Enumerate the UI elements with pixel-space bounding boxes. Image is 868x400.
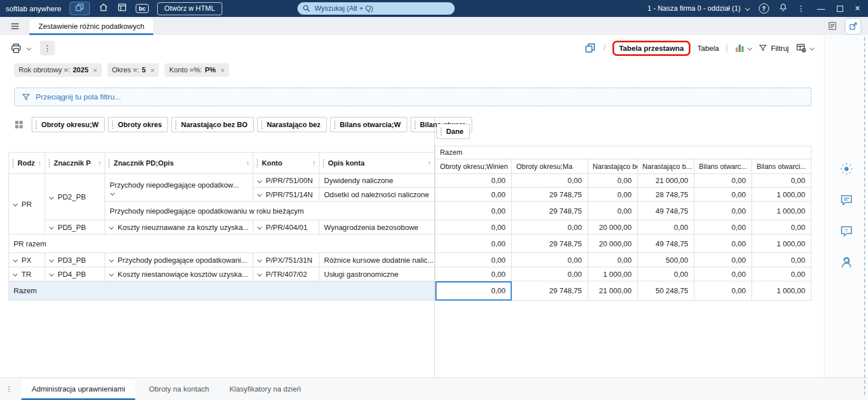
collapse-chevron-icon[interactable]	[49, 225, 54, 229]
pivot-cell[interactable]: 50 248,75	[638, 281, 694, 301]
pivot-cell[interactable]: 0,00	[588, 188, 638, 202]
tab-zestawienie-roznic[interactable]: Zestawienie różnic podatkowych	[29, 19, 153, 35]
help-button[interactable]: ?	[759, 3, 769, 14]
collapse-chevron-icon[interactable]	[257, 178, 262, 182]
maximize-button[interactable]	[837, 6, 843, 12]
filter-chip-okres[interactable]: Okres =: 5 ×	[107, 63, 159, 77]
opis-konta-cell[interactable]: Wynagrodzenia bezosobowe	[319, 220, 435, 234]
pivot-cell[interactable]: 29 748,75	[512, 202, 588, 220]
pivot-cell-selected[interactable]: 0,00	[435, 281, 512, 301]
group-cell-pd2[interactable]: PD2_PB	[45, 174, 105, 220]
bottom-tab-obroty[interactable]: Obroty na kontach	[139, 378, 219, 400]
row-header-rodz[interactable]: Rodz↑	[9, 153, 45, 174]
group-cell-pd4-opis[interactable]: Koszty niestanowiące kosztów uzyska...	[105, 267, 253, 281]
collapse-chevron-icon[interactable]	[257, 272, 262, 276]
pivot-cell[interactable]: 0,00	[588, 174, 638, 188]
group-cell-pd2-opis[interactable]: Przychody niepodlegające opodatkow...	[105, 174, 253, 202]
print-options-chevron-icon[interactable]	[27, 46, 31, 50]
group-cell-pd3[interactable]: PD3_PB	[45, 253, 105, 267]
data-header-ma[interactable]: Obroty okresu;Ma	[512, 159, 588, 174]
row-header-znacznik-pd-opis[interactable]: Znacznik PD;Opis↑	[105, 153, 253, 174]
pivot-cell[interactable]: 0,00	[588, 253, 638, 267]
opis-konta-cell[interactable]: Usługi gastronomiczne	[319, 267, 435, 281]
pivot-field-button[interactable]: Obroty okres	[108, 117, 168, 132]
pivot-field-button[interactable]: Narastająco bez	[257, 117, 327, 132]
pivot-cell[interactable]: 1 000,00	[752, 281, 811, 301]
pivot-cell[interactable]: 28 748,75	[638, 188, 694, 202]
pivot-cell[interactable]: 21 000,00	[588, 281, 638, 301]
collapse-chevron-icon[interactable]	[49, 258, 54, 262]
pivot-cell[interactable]: 0,00	[694, 253, 752, 267]
pivot-cell[interactable]: 0,00	[752, 174, 811, 188]
pivot-cell[interactable]: 0,00	[512, 174, 588, 188]
pivot-cell[interactable]: 0,00	[752, 267, 811, 281]
pivot-cell[interactable]: 0,00	[694, 281, 752, 301]
bc-button[interactable]: bc	[136, 4, 148, 13]
group-cell-pd5-opis[interactable]: Koszty nieuznawane za koszty uzyska...	[105, 220, 253, 234]
collapse-chevron-icon[interactable]	[13, 258, 18, 262]
opis-konta-cell[interactable]: Dywidendy naliczone	[319, 174, 435, 188]
pivot-cell[interactable]: 0,00	[435, 188, 512, 202]
group-cell-pr[interactable]: PR	[9, 174, 45, 234]
pivot-cell[interactable]: 0,00	[694, 220, 752, 234]
konto-cell[interactable]: P/PR/751/14N	[253, 188, 319, 202]
pivot-cell[interactable]: 0,00	[435, 234, 512, 253]
collapse-chevron-icon[interactable]	[13, 202, 18, 206]
bottom-tab-administracja[interactable]: Administracja uprawnieniami	[21, 380, 135, 400]
search-input[interactable]	[297, 2, 455, 15]
field-chooser-button[interactable]	[14, 120, 24, 129]
pivot-cell[interactable]: 0,00	[512, 253, 588, 267]
konto-cell[interactable]: P/PX/751/31N	[253, 253, 319, 267]
topbar-menu-button[interactable]: ⋮	[797, 5, 805, 12]
print-button[interactable]	[10, 42, 22, 54]
pivot-cell[interactable]: 29 748,75	[512, 234, 588, 253]
pivot-cell[interactable]: 21 000,00	[638, 174, 694, 188]
share-button[interactable]	[845, 18, 861, 34]
pivot-cell[interactable]: 20 000,00	[588, 234, 638, 253]
chip-close-icon[interactable]: ×	[93, 66, 97, 75]
pivot-cell[interactable]: 0,00	[588, 202, 638, 220]
toolbar-more-button[interactable]: ⋮	[40, 41, 55, 55]
pivot-cell[interactable]: 20 000,00	[588, 220, 638, 234]
row-header-opis-konta[interactable]: Opis konta↑	[319, 153, 435, 174]
data-header-narastajaco[interactable]: Narastająco b...	[638, 159, 694, 174]
pivot-cell[interactable]: 0,00	[752, 220, 811, 234]
collapse-chevron-icon[interactable]	[109, 272, 114, 276]
pivot-cell[interactable]: 0,00	[694, 234, 752, 253]
pivot-cell[interactable]: 0,00	[694, 188, 752, 202]
subtotal-cell-pr[interactable]: PR razem	[9, 234, 435, 253]
open-in-html-button[interactable]: Otwórz w HTML	[157, 2, 223, 15]
pivot-cell[interactable]: 1 000,00	[588, 267, 638, 281]
collapse-chevron-icon[interactable]	[257, 258, 262, 262]
collapse-chevron-icon[interactable]	[257, 225, 262, 229]
pivot-field-button[interactable]: Narastająco bez BO	[171, 117, 253, 132]
filter-button[interactable]: Filtruj	[758, 44, 789, 53]
support-button[interactable]	[839, 255, 854, 269]
chart-button[interactable]	[735, 43, 752, 53]
notifications-button[interactable]	[779, 3, 788, 14]
assistant-hint-button[interactable]	[839, 162, 854, 176]
pivot-cell[interactable]: 0,00	[435, 174, 512, 188]
pivot-cell[interactable]: 1 000,00	[752, 188, 811, 202]
opis-konta-cell[interactable]: Różnice kursowe dodatnie nalic...	[319, 253, 435, 267]
main-menu-button[interactable]	[10, 21, 20, 31]
company-selector[interactable]: 1 - Nasza firma 0 - oddział (1)	[647, 5, 749, 12]
pivot-cell[interactable]: 29 748,75	[512, 281, 588, 301]
group-cell-pd5[interactable]: PD5_PB	[45, 220, 105, 234]
pivot-cell[interactable]: 49 748,75	[638, 202, 694, 220]
group-cell-pd4[interactable]: PD4_PB	[45, 267, 105, 281]
collapse-chevron-icon[interactable]	[109, 225, 114, 229]
collapse-chevron-icon[interactable]	[49, 272, 54, 276]
table-settings-button[interactable]	[796, 42, 814, 54]
chip-close-icon[interactable]: ×	[221, 66, 225, 75]
filter-drop-zone[interactable]: Przeciągnij tu pola filtru...	[14, 88, 811, 106]
pivot-cell[interactable]: 0,00	[638, 267, 694, 281]
subtotal-cell-pd2[interactable]: Przychody niepodlegające opodatkowaniu w…	[105, 202, 435, 220]
pivot-cell[interactable]: 0,00	[512, 220, 588, 234]
pivot-cell[interactable]: 1 000,00	[752, 234, 811, 253]
open-window-button[interactable]	[584, 42, 597, 54]
panel-notes-button[interactable]	[827, 21, 837, 31]
bottom-menu-button[interactable]: ⋮	[0, 378, 18, 400]
feedback-button[interactable]	[839, 193, 854, 207]
pivot-cell[interactable]: 1 000,00	[752, 202, 811, 220]
